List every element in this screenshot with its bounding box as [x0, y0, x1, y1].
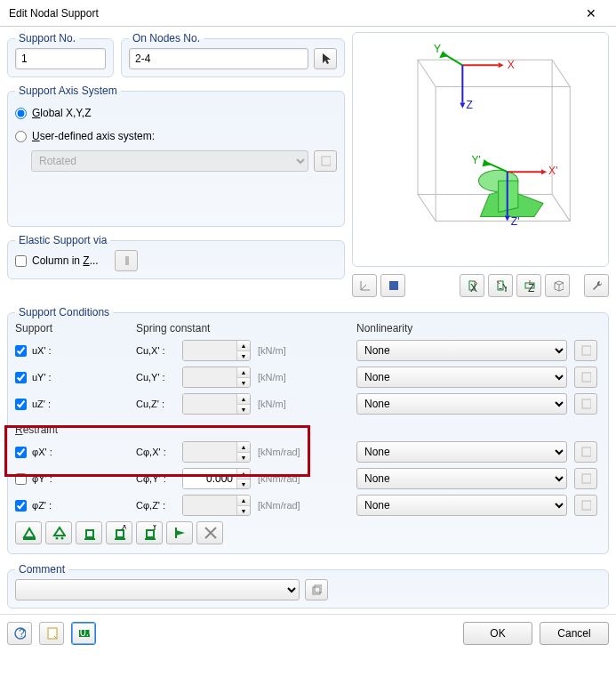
preset-hinged-roller-button[interactable] — [45, 521, 72, 544]
svg-text:Z': Z' — [511, 215, 520, 228]
support-uy-check[interactable]: uY' : — [15, 368, 129, 386]
nonlin-ux-edit-button — [574, 340, 597, 361]
cancel-button[interactable]: Cancel — [540, 622, 609, 645]
svg-text:Y: Y — [434, 43, 441, 55]
svg-text:X': X' — [548, 165, 557, 177]
svg-rect-71 — [313, 587, 320, 594]
preset-free-button[interactable] — [196, 521, 223, 544]
svg-rect-34 — [389, 281, 398, 290]
units-button[interactable]: 0.00 — [71, 622, 96, 645]
axis-user-radio[interactable]: User-defined axis system: — [15, 127, 337, 145]
svg-point-58 — [61, 537, 64, 540]
nonlin-phiz-combo[interactable]: None — [356, 495, 567, 516]
spring-uy-label: Cu,Y' : — [136, 372, 179, 383]
comment-library-button[interactable] — [305, 579, 328, 600]
edit-icon — [580, 398, 591, 410]
close-icon[interactable]: ✕ — [572, 1, 611, 26]
support-ux-check[interactable]: uX' : — [15, 342, 129, 359]
preview-viewport[interactable]: X Y Z X' — [352, 32, 609, 267]
spring-phiz-spinner: ▲▼ — [182, 495, 251, 516]
cursor-icon — [320, 52, 331, 66]
view-axes-button[interactable] — [352, 274, 377, 297]
svg-line-9 — [552, 194, 570, 221]
comment-combo[interactable] — [15, 579, 300, 600]
svg-rect-50 — [582, 399, 591, 408]
edit-icon — [580, 371, 591, 383]
svg-marker-23 — [541, 169, 547, 174]
svg-text:X: X — [508, 59, 515, 71]
nonlin-uy-combo[interactable]: None — [356, 367, 567, 388]
spring-phiy-spinner[interactable]: ▲▼ — [182, 468, 251, 489]
svg-text:-Y: -Y — [499, 282, 507, 293]
note-icon — [45, 626, 58, 641]
svg-line-33 — [361, 285, 366, 290]
nonlin-uz-edit-button — [574, 393, 597, 415]
preset-wall-button[interactable] — [166, 521, 193, 544]
nonlin-uz-combo[interactable]: None — [356, 393, 567, 415]
on-nodes-legend: On Nodes No. — [129, 32, 204, 44]
help-icon: ? — [13, 626, 26, 641]
support-no-input[interactable] — [15, 48, 106, 69]
preset-fixed-button[interactable] — [76, 521, 102, 544]
view-iso-button[interactable] — [545, 274, 570, 297]
titlebar: Edit Nodal Support ✕ — [0, 0, 616, 27]
restraint-phix-check[interactable]: φX' : — [15, 443, 129, 461]
axes-icon — [358, 278, 371, 293]
wrench-icon — [590, 278, 603, 293]
axis-global-radio[interactable]: Global X,Y,Z — [15, 104, 337, 122]
svg-text:Y': Y' — [471, 154, 480, 166]
on-nodes-input[interactable] — [129, 48, 308, 69]
notes-button[interactable] — [39, 622, 64, 645]
window-title: Edit Nodal Support — [9, 7, 99, 20]
svg-rect-51 — [582, 447, 591, 456]
svg-marker-17 — [460, 103, 465, 109]
nonlin-phiy-edit-button — [574, 468, 597, 489]
svg-marker-11 — [499, 62, 504, 68]
elastic-column-check[interactable]: Column in Z... — [15, 252, 99, 270]
restraint-phiy-check[interactable]: φY' : — [15, 470, 129, 488]
edit-icon — [320, 155, 331, 167]
comment-legend: Comment — [15, 563, 68, 576]
svg-marker-56 — [54, 528, 65, 536]
spring-uy-spinner: ▲▼ — [182, 367, 251, 388]
svg-marker-0 — [323, 53, 331, 64]
preset-hinged-button[interactable] — [15, 521, 42, 544]
svg-text:0.00: 0.00 — [80, 626, 90, 639]
view-x-button[interactable]: X — [460, 274, 484, 297]
spring-phix-spinner: ▲▼ — [182, 441, 251, 463]
nonlin-phiy-combo[interactable]: None — [356, 468, 567, 489]
support-no-legend: Support No. — [15, 32, 79, 44]
nonlin-phix-combo[interactable]: None — [356, 441, 567, 463]
svg-rect-52 — [582, 474, 591, 483]
nonlin-phiz-edit-button — [574, 495, 597, 516]
preview-svg: X Y Z X' — [353, 33, 608, 266]
svg-rect-59 — [86, 530, 93, 537]
svg-text:Z: Z — [528, 282, 534, 293]
preset-fixed-y-button[interactable]: Y — [136, 521, 163, 544]
view-settings-button[interactable] — [584, 274, 609, 297]
help-button[interactable]: ? — [7, 622, 32, 645]
view-y-button[interactable]: -Y — [488, 274, 513, 297]
svg-rect-1 — [322, 157, 331, 165]
axis-user-edit-button — [314, 150, 337, 172]
spring-ux-spinner: ▲▼ — [182, 340, 251, 361]
view-solid-button[interactable] — [380, 274, 405, 297]
support-uz-check[interactable]: uZ' : — [15, 395, 129, 413]
view-z-button[interactable]: Z — [516, 274, 541, 297]
svg-text:X: X — [121, 525, 126, 533]
preset-fixed-x-button[interactable]: X — [106, 521, 132, 544]
svg-line-4 — [418, 60, 436, 86]
units-icon: 0.00 — [77, 626, 90, 641]
restraint-phiz-check[interactable]: φZ' : — [15, 496, 129, 514]
elastic-legend: Elastic Support via — [15, 234, 110, 246]
svg-rect-2 — [125, 256, 129, 265]
ok-button[interactable]: OK — [463, 622, 532, 645]
spring-uz-spinner: ▲▼ — [182, 393, 251, 415]
nonlin-uy-edit-button — [574, 367, 597, 388]
pick-nodes-button[interactable] — [314, 48, 337, 69]
nonlin-ux-combo[interactable]: None — [356, 340, 567, 361]
edit-icon — [580, 344, 591, 357]
svg-text:Y: Y — [151, 525, 156, 533]
nonlin-phix-edit-button — [574, 441, 597, 463]
svg-rect-48 — [582, 346, 591, 355]
